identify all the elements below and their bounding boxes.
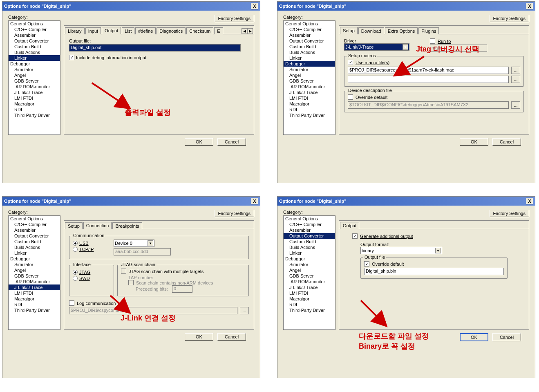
macro-file-2-input[interactable]	[348, 76, 509, 83]
category-list[interactable]: General OptionsC/C++ CompilerAssemblerOu…	[283, 215, 335, 330]
sidebar-item-third-party-driver[interactable]: Third-Party Driver	[284, 307, 335, 313]
sidebar-item-lmi-ftdi[interactable]: LMI FTDI	[284, 290, 335, 296]
sidebar-item-angel[interactable]: Angel	[284, 72, 335, 78]
macro-file-1-input[interactable]: $PROJ_DIR$\resources\iar\at91sam7x-ek-fl…	[348, 67, 509, 74]
sidebar-item-debugger[interactable]: Debugger	[284, 256, 335, 262]
sidebar-item-rdi[interactable]: RDI	[284, 302, 335, 307]
titlebar[interactable]: Options for node "Digital_ship" X	[277, 197, 535, 206]
sidebar-item-custom-build[interactable]: Custom Build	[284, 239, 335, 244]
sidebar-item-gdb-server[interactable]: GDB Server	[284, 78, 335, 84]
use-macro-checkbox[interactable]: ✓	[348, 60, 353, 65]
ok-button[interactable]: OK	[185, 333, 213, 340]
sidebar-item-output-converter[interactable]: Output Converter	[284, 233, 335, 239]
sidebar-item-build-actions[interactable]: Build Actions	[9, 49, 60, 55]
sidebar-item-iar-rom-monitor[interactable]: IAR ROM-monitor	[9, 279, 60, 284]
log-comm-checkbox[interactable]	[69, 300, 74, 306]
scan-multi-checkbox[interactable]	[121, 269, 126, 274]
tab-download[interactable]: Download	[358, 27, 384, 34]
sidebar-item-general-options[interactable]: General Options	[9, 21, 60, 27]
override-checkbox[interactable]: ✓	[364, 261, 369, 267]
category-list[interactable]: General OptionsC/C++ CompilerAssemblerOu…	[8, 20, 60, 135]
tab-e[interactable]: E	[214, 27, 223, 34]
sidebar-item-angel[interactable]: Angel	[9, 72, 60, 78]
sidebar-item-debugger[interactable]: Debugger	[284, 61, 335, 67]
swd-radio[interactable]	[73, 276, 78, 281]
titlebar[interactable]: Options for node "Digital_ship" X	[2, 2, 260, 11]
gen-additional-checkbox[interactable]: ✓	[352, 233, 358, 239]
tab-library[interactable]: Library	[65, 27, 85, 34]
titlebar[interactable]: Options for node "Digital_ship" X	[2, 197, 260, 206]
chevron-down-icon[interactable]: ▼	[403, 44, 408, 50]
sidebar-item-assembler[interactable]: Assembler	[284, 32, 335, 38]
sidebar-item-j-link-j-trace[interactable]: J-Link/J-Trace	[9, 284, 60, 290]
titlebar[interactable]: Options for node "Digital_ship" X	[277, 2, 535, 11]
sidebar-item-simulator[interactable]: Simulator	[9, 67, 60, 72]
sidebar-item-linker[interactable]: Linker	[284, 55, 335, 61]
sidebar-item-custom-build[interactable]: Custom Build	[9, 239, 60, 244]
sidebar-item-output-converter[interactable]: Output Converter	[9, 38, 60, 44]
sidebar-item-rdi[interactable]: RDI	[9, 107, 60, 112]
factory-settings-button[interactable]: Factory Settings	[490, 15, 529, 22]
sidebar-item-gdb-server[interactable]: GDB Server	[9, 78, 60, 84]
sidebar-item-build-actions[interactable]: Build Actions	[9, 244, 60, 250]
cancel-button[interactable]: Cancel	[217, 138, 246, 146]
browse-button[interactable]: ...	[511, 101, 520, 109]
sidebar-item-general-options[interactable]: General Options	[9, 216, 60, 222]
sidebar-item-assembler[interactable]: Assembler	[284, 227, 335, 233]
sidebar-item-assembler[interactable]: Assembler	[9, 227, 60, 233]
sidebar-item-linker[interactable]: Linker	[9, 250, 60, 256]
sidebar-item-simulator[interactable]: Simulator	[9, 262, 60, 267]
output-filename-input[interactable]: Digital_ship.bin	[364, 268, 504, 275]
sidebar-item-third-party-driver[interactable]: Third-Party Driver	[9, 307, 60, 313]
sidebar-item-macraigor[interactable]: Macraigor	[9, 101, 60, 107]
sidebar-item-iar-rom-monitor[interactable]: IAR ROM-monitor	[284, 279, 335, 284]
browse-button[interactable]: ...	[511, 76, 520, 83]
cancel-button[interactable]: Cancel	[492, 138, 521, 146]
sidebar-item-lmi-ftdi[interactable]: LMI FTDI	[284, 95, 335, 101]
usb-radio[interactable]	[73, 241, 78, 246]
browse-button[interactable]: ...	[511, 67, 520, 74]
run-to-checkbox[interactable]	[430, 38, 435, 44]
sidebar-item-build-actions[interactable]: Build Actions	[284, 244, 335, 250]
sidebar-item-third-party-driver[interactable]: Third-Party Driver	[284, 112, 335, 118]
tab-scroll-left-icon[interactable]: ◀	[242, 28, 247, 34]
close-icon[interactable]: X	[526, 3, 533, 9]
cancel-button[interactable]: Cancel	[492, 333, 521, 341]
sidebar-item-build-actions[interactable]: Build Actions	[284, 49, 335, 55]
sidebar-item-simulator[interactable]: Simulator	[284, 262, 335, 267]
category-list[interactable]: General OptionsC/C++ CompilerAssemblerOu…	[8, 215, 60, 330]
sidebar-item-c-c-compiler[interactable]: C/C++ Compiler	[284, 27, 335, 32]
tab-breakpoints[interactable]: Breakpoints	[112, 222, 142, 229]
tab-setup[interactable]: Setup	[340, 27, 358, 34]
sidebar-item-j-link-j-trace[interactable]: J-Link/J-Trace	[9, 90, 60, 95]
jtag-radio[interactable]	[73, 270, 78, 275]
chevron-down-icon[interactable]: ▼	[148, 240, 153, 246]
tab-diagnostics[interactable]: Diagnostics	[157, 27, 186, 34]
sidebar-item-lmi-ftdi[interactable]: LMI FTDI	[9, 95, 60, 101]
tab-plugins[interactable]: Plugins	[418, 27, 439, 34]
sidebar-item-general-options[interactable]: General Options	[284, 216, 335, 222]
driver-combo[interactable]: J-Link/J-Trace ▼	[344, 43, 409, 51]
factory-settings-button[interactable]: Factory Settings	[215, 15, 254, 22]
sidebar-item-assembler[interactable]: Assembler	[9, 32, 60, 38]
sidebar-item-custom-build[interactable]: Custom Build	[9, 44, 60, 49]
sidebar-item-output-converter[interactable]: Output Converter	[284, 38, 335, 44]
ddf-override-checkbox[interactable]	[348, 94, 353, 100]
sidebar-item-linker[interactable]: Linker	[284, 250, 335, 256]
ok-button[interactable]: OK	[185, 138, 213, 146]
sidebar-item-gdb-server[interactable]: GDB Server	[9, 273, 60, 279]
ok-button[interactable]: OK	[460, 333, 488, 341]
sidebar-item-rdi[interactable]: RDI	[9, 302, 60, 307]
sidebar-item-debugger[interactable]: Debugger	[9, 61, 60, 67]
category-list[interactable]: General OptionsC/C++ CompilerAssemblerOu…	[283, 20, 335, 135]
sidebar-item-iar-rom-monitor[interactable]: IAR ROM-monitor	[284, 84, 335, 90]
tab-connection[interactable]: Connection	[83, 222, 112, 229]
cancel-button[interactable]: Cancel	[217, 333, 246, 340]
output-file-input[interactable]: Digital_ship.out	[69, 44, 241, 52]
sidebar-item-angel[interactable]: Angel	[9, 267, 60, 273]
sidebar-item-linker[interactable]: Linker	[9, 55, 60, 61]
chevron-down-icon[interactable]: ▼	[435, 248, 441, 253]
sidebar-item-simulator[interactable]: Simulator	[284, 67, 335, 72]
tab-checksum[interactable]: Checksum	[186, 27, 213, 34]
ok-button[interactable]: OK	[460, 138, 488, 146]
